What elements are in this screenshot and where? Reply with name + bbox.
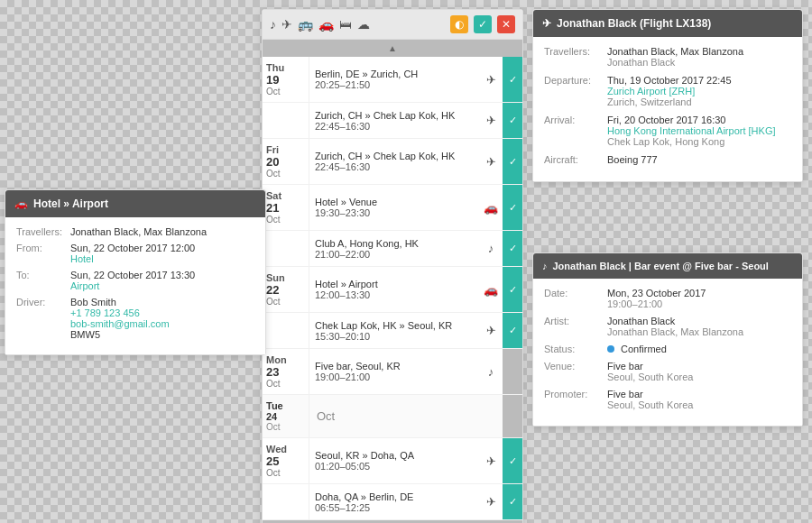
driver-label: Driver: (16, 297, 70, 340)
departure-label: Departure: (544, 75, 607, 107)
event-time: 22:45–16:30 (315, 161, 474, 172)
aircraft-value: Boeing 777 (607, 154, 791, 165)
from-label: From: (16, 243, 70, 264)
month-label: Oct (309, 395, 479, 437)
event-panel-title: Jonathan Black | Bar event @ Five bar - … (553, 261, 769, 271)
driver-car: BMW5 (70, 329, 100, 340)
check-col: ✓ (503, 57, 522, 102)
month: Oct (266, 468, 305, 478)
travellers-label: Travellers: (544, 46, 607, 68)
to-date: Sun, 22 October 2017 13:30 (70, 270, 195, 280)
promoter-label: Promoter: (544, 389, 607, 410)
table-row: Thu 19 Oct Berlin, DE » Zurich, CH 20:25… (263, 57, 522, 103)
status-text: Confirmed (621, 344, 667, 354)
cloud-icon: ☁ (357, 17, 370, 32)
event-col: Five bar, Seoul, KR 19:00–21:00 (309, 349, 479, 394)
date-spacer (263, 103, 309, 138)
status-label: Status: (544, 344, 607, 354)
car-icon: 🚗 (14, 197, 28, 210)
music-icon: ♪ (479, 349, 503, 394)
date-value: Mon, 23 October 2017 19:00–21:00 (607, 288, 791, 309)
table-row: Club A, Hong Kong, HK 21:00–22:00 ♪ ✓ (263, 231, 522, 267)
event-route: Seoul, KR » Doha, QA (315, 450, 474, 461)
event-col: Chek Lap Kok, HK » Seoul, KR 15:30–20:10 (309, 313, 479, 348)
date-col: Sat 21 Oct (263, 185, 309, 230)
event-time: 19:00–21:00 (607, 298, 791, 309)
event-route: Zurich, CH » Chek Lap Kok, HK (315, 110, 474, 121)
transport-icon: ✈ (479, 438, 503, 483)
table-row: Sat 21 Oct Hotel » Venue 19:30–23:30 🚗 ✓ (263, 185, 522, 231)
check-col: ✓ (503, 438, 522, 483)
to-place: Airport (70, 280, 254, 291)
hotel-airport-panel: 🚗 Hotel » Airport Travellers: Jonathan B… (5, 189, 266, 355)
event-time: 01:20–05:05 (315, 461, 474, 472)
table-row: Fri 20 Oct Zurich, CH » Chek Lap Kok, HK… (263, 139, 522, 185)
arrival-label: Arrival: (544, 115, 607, 147)
divider-date-col: Tue 24 Oct (263, 395, 309, 437)
from-date: Sun, 22 October 2017 12:00 (70, 243, 195, 253)
event-col: Berlin, DE » Zurich, CH 20:25–21:50 (309, 57, 479, 102)
month: Oct (266, 297, 305, 307)
day-name: Sun (266, 272, 305, 283)
travellers-main: Jonathan Black, Max Blanzona (607, 46, 743, 57)
date-col: Sun 22 Oct (263, 267, 309, 312)
event-time: 22:45–16:30 (315, 121, 474, 132)
month: Oct (266, 215, 305, 225)
table-row: Doha, QA » Berlin, DE 06:55–12:25 ✈ ✓ (263, 484, 522, 520)
car-icon: 🚗 (318, 17, 334, 32)
table-row: Mon 23 Oct Five bar, Seoul, KR 19:00–21:… (263, 349, 522, 395)
filter-button[interactable]: ◐ (450, 15, 468, 33)
arrival-city: Chek Lap Kok, Hong Kong (607, 136, 791, 147)
table-row: Zurich, CH » Chek Lap Kok, HK 22:45–16:3… (263, 103, 522, 139)
music-icon: ♪ (479, 231, 503, 266)
event-col: Zurich, CH » Chek Lap Kok, HK 22:45–16:3… (309, 139, 479, 184)
event-route: Five bar, Seoul, KR (315, 361, 474, 372)
arrival-date: Fri, 20 October 2017 16:30 (607, 115, 725, 125)
event-route: Berlin, DE » Zurich, CH (315, 69, 474, 79)
departure-airport: Zurich Airport [ZRH] (607, 86, 791, 96)
month: Oct (266, 379, 305, 389)
event-date-row: Date: Mon, 23 October 2017 19:00–21:00 (544, 288, 791, 309)
event-route: Hotel » Airport (315, 279, 474, 289)
check-col: ✓ (503, 231, 522, 266)
bus-icon: 🚌 (298, 17, 313, 32)
artist-label: Artist: (544, 316, 607, 337)
check-col (503, 349, 522, 394)
transport-icon: ✈ (479, 139, 503, 184)
event-time: 19:00–21:00 (315, 372, 474, 382)
hotel-panel-header: 🚗 Hotel » Airport (5, 190, 265, 217)
confirm-button[interactable]: ✓ (474, 15, 492, 33)
date-spacer (263, 484, 309, 519)
status-dot (607, 345, 614, 353)
day-num: 19 (266, 73, 305, 87)
date-col: Wed 25 Oct (263, 438, 309, 483)
scroll-up-button[interactable]: ▲ (263, 40, 522, 57)
transport-icon: 🚗 (479, 185, 503, 230)
event-panel-header: ♪ Jonathan Black | Bar event @ Five bar … (533, 253, 802, 279)
check-col: ✓ (503, 267, 522, 312)
promoter-name: Five bar (607, 389, 643, 399)
flight-panel-title: Jonathan Black (Flight LX138) (557, 17, 711, 30)
close-button[interactable]: ✕ (497, 15, 515, 33)
artist-value: Jonathan Black Jonathan Black, Max Blanz… (607, 316, 791, 337)
event-col: Club A, Hong Kong, HK 21:00–22:00 (309, 231, 479, 266)
table-row: Wed 25 Oct Seoul, KR » Doha, QA 01:20–05… (263, 438, 522, 484)
promoter-value: Five bar Seoul, South Korea (607, 389, 791, 410)
check-col: ✓ (503, 313, 522, 348)
status-row: Status: Confirmed (544, 344, 791, 354)
event-time: 06:55–12:25 (315, 502, 474, 513)
driver-row: Driver: Bob Smith +1 789 123 456 bob-smi… (16, 297, 254, 340)
divider-month: Oct (266, 422, 305, 432)
transport-icon: ✈ (479, 313, 503, 348)
travellers-row: Travellers: Jonathan Black, Max Blanzona (16, 226, 254, 237)
day-num: 21 (266, 201, 305, 215)
check-col: ✓ (503, 484, 522, 519)
hotel-panel-title: Hotel » Airport (33, 197, 108, 210)
day-num: 20 (266, 155, 305, 169)
day-num: 23 (266, 365, 305, 379)
departure-city: Zurich, Switzerland (607, 96, 791, 107)
event-route: Club A, Hong Kong, HK (315, 238, 474, 249)
event-route: Chek Lap Kok, HK » Seoul, KR (315, 320, 474, 331)
event-time: 12:00–13:30 (315, 289, 474, 300)
event-route: Zurich, CH » Chek Lap Kok, HK (315, 151, 474, 161)
